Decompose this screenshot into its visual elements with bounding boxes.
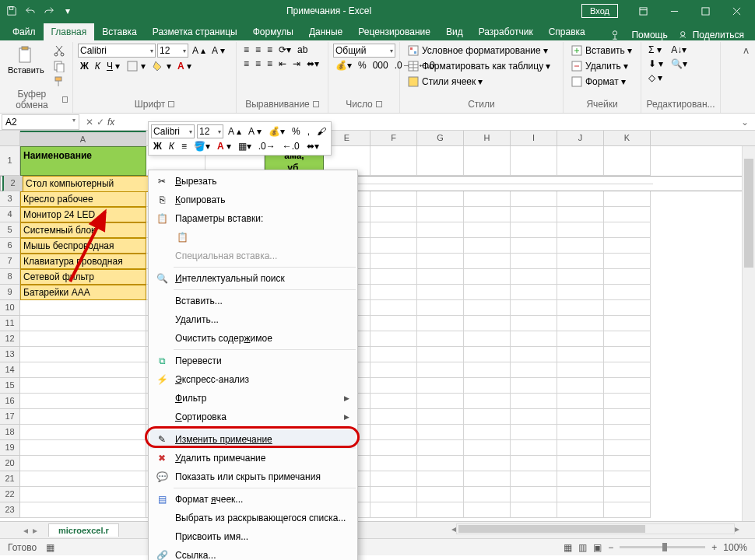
cell[interactable] xyxy=(513,184,560,184)
sort-filter-icon[interactable]: A↓▾ xyxy=(669,44,690,56)
tab-data[interactable]: Данные xyxy=(301,23,350,40)
cell[interactable] xyxy=(604,331,651,347)
mini-borders-icon[interactable]: ▦▾ xyxy=(236,140,254,152)
cell[interactable] xyxy=(511,331,557,347)
align-left-icon[interactable]: ≡ xyxy=(241,58,251,70)
cell[interactable] xyxy=(511,269,557,285)
decrease-font-icon[interactable]: A▾ xyxy=(209,44,227,57)
cell[interactable] xyxy=(464,456,511,471)
font-color-icon[interactable]: A▾ xyxy=(175,60,194,72)
cell[interactable] xyxy=(20,316,146,331)
cell[interactable] xyxy=(511,347,557,362)
cell[interactable] xyxy=(604,347,651,362)
qa-customize-icon[interactable]: ▾ xyxy=(59,2,76,19)
ctx-quick-analysis[interactable]: ⚡Экспресс-анализ xyxy=(150,370,356,389)
cell[interactable] xyxy=(20,300,146,316)
delete-cells-button[interactable]: Удалить ▾ xyxy=(568,59,630,73)
cell[interactable] xyxy=(464,487,511,502)
cell[interactable] xyxy=(370,254,417,269)
cell[interactable] xyxy=(511,362,557,378)
row-header[interactable]: 9 xyxy=(0,285,20,300)
cell[interactable] xyxy=(557,222,604,238)
cell[interactable] xyxy=(370,487,417,502)
insert-cells-button[interactable]: Вставить ▾ xyxy=(568,44,634,58)
cell[interactable] xyxy=(464,238,511,254)
cell[interactable] xyxy=(420,184,466,184)
cell[interactable] xyxy=(20,331,146,347)
mini-align-icon[interactable]: ≡ xyxy=(179,140,189,152)
cell[interactable] xyxy=(370,362,417,378)
collapse-ribbon-icon[interactable]: ʌ xyxy=(737,42,755,113)
cell[interactable] xyxy=(464,331,511,347)
cell[interactable] xyxy=(20,409,146,425)
hscroll-right-icon[interactable]: ▸ xyxy=(735,523,739,534)
mini-bold-button[interactable]: Ж xyxy=(151,140,164,152)
underline-button[interactable]: Ч ▾ xyxy=(104,60,122,72)
row-header[interactable]: 19 xyxy=(0,440,20,456)
cell[interactable] xyxy=(20,502,146,518)
horizontal-scrollbar[interactable] xyxy=(456,523,735,534)
find-icon[interactable]: 🔍▾ xyxy=(669,58,690,70)
zoom-level[interactable]: 100% xyxy=(723,542,747,553)
cell[interactable] xyxy=(604,146,651,176)
mini-font-select[interactable]: Calibri▾ xyxy=(151,124,195,138)
cell[interactable] xyxy=(511,285,557,300)
cell[interactable] xyxy=(557,378,604,394)
spreadsheet-grid[interactable]: ABCDEFGHIJK 1Наименованиеама,уб.2Стол ко… xyxy=(0,131,755,521)
mini-decrease-font-icon[interactable]: A▾ xyxy=(246,125,264,138)
cell[interactable] xyxy=(464,502,511,518)
cell[interactable] xyxy=(370,378,417,394)
view-page-icon[interactable]: ▥ xyxy=(578,542,587,553)
share-button[interactable]: Поделиться xyxy=(679,30,744,40)
cell[interactable]: Наименование xyxy=(20,146,146,176)
cell[interactable] xyxy=(604,425,651,440)
align-middle-icon[interactable]: ≡ xyxy=(253,44,263,56)
cell[interactable] xyxy=(557,394,604,409)
align-right-icon[interactable]: ≡ xyxy=(265,58,275,70)
cell[interactable] xyxy=(557,146,604,176)
cell[interactable] xyxy=(511,378,557,394)
mini-italic-button[interactable]: К xyxy=(167,140,177,152)
cell[interactable] xyxy=(417,191,464,207)
row-header[interactable]: 5 xyxy=(0,222,20,238)
mini-fill-color-icon[interactable]: 🪣▾ xyxy=(191,140,212,152)
cell[interactable] xyxy=(511,502,557,518)
dialog-launcher-icon[interactable] xyxy=(168,101,174,107)
tab-page-layout[interactable]: Разметка страницы xyxy=(145,23,245,40)
row-header[interactable]: 4 xyxy=(0,207,20,222)
row-header[interactable]: 6 xyxy=(0,238,20,254)
macro-record-icon[interactable]: ▦ xyxy=(46,542,54,553)
cell[interactable] xyxy=(20,456,146,471)
cell[interactable] xyxy=(604,191,651,207)
cell[interactable] xyxy=(370,502,417,518)
wrap-text-icon[interactable]: ab xyxy=(295,44,310,56)
row-header[interactable]: 13 xyxy=(0,347,20,362)
cell[interactable] xyxy=(417,269,464,285)
ctx-paste-default[interactable]: 📋 xyxy=(150,228,356,247)
row-header[interactable]: 12 xyxy=(0,331,20,347)
cell[interactable] xyxy=(370,316,417,331)
cell[interactable] xyxy=(417,347,464,362)
tab-nav-next-icon[interactable]: ▸ xyxy=(33,525,37,536)
cell[interactable] xyxy=(370,191,417,207)
cell[interactable] xyxy=(370,222,417,238)
cell[interactable] xyxy=(557,456,604,471)
ctx-delete-comment[interactable]: ✖Удалить примечание xyxy=(150,449,356,467)
align-top-icon[interactable]: ≡ xyxy=(241,44,251,56)
col-header[interactable]: A xyxy=(20,131,146,145)
col-header[interactable]: F xyxy=(370,131,417,145)
cell[interactable] xyxy=(604,300,651,316)
ctx-filter[interactable]: Фильтр▶ xyxy=(150,389,356,408)
cell[interactable] xyxy=(464,347,511,362)
align-bottom-icon[interactable]: ≡ xyxy=(265,44,275,56)
view-break-icon[interactable]: ▣ xyxy=(593,542,602,553)
fill-color-icon[interactable]: ▾ xyxy=(149,59,174,73)
cell[interactable] xyxy=(604,285,651,300)
tab-formulas[interactable]: Формулы xyxy=(245,23,301,40)
cell[interactable] xyxy=(557,269,604,285)
cell[interactable] xyxy=(606,184,653,184)
orientation-icon[interactable]: ⟳▾ xyxy=(276,44,293,56)
cell[interactable] xyxy=(464,378,511,394)
cell[interactable] xyxy=(417,316,464,331)
cell[interactable]: Мышь беспроводная xyxy=(20,238,146,254)
